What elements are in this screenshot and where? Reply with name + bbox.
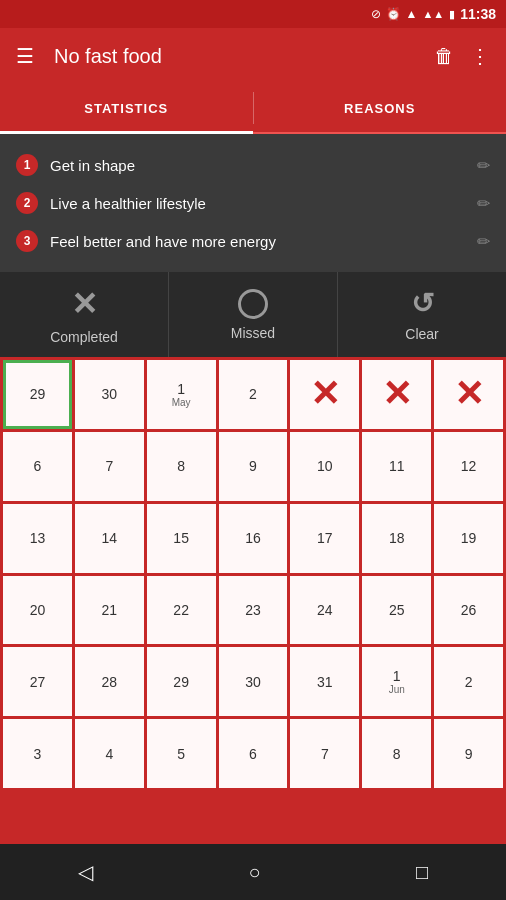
calendar-cell[interactable]: 19 bbox=[434, 504, 503, 573]
calendar-cell[interactable]: 18 bbox=[362, 504, 431, 573]
calendar-cell[interactable]: 7 bbox=[290, 719, 359, 788]
more-options-button[interactable]: ⋮ bbox=[470, 44, 490, 68]
date-number: 9 bbox=[249, 458, 257, 474]
calendar-cell[interactable]: 16 bbox=[219, 504, 288, 573]
date-number: 8 bbox=[393, 746, 401, 762]
calendar-cell[interactable]: 14 bbox=[75, 504, 144, 573]
date-number: 21 bbox=[101, 602, 117, 618]
date-number: 1 bbox=[177, 381, 185, 397]
calendar-cell[interactable]: 8 bbox=[147, 432, 216, 501]
reason-edit-2[interactable]: ✏ bbox=[477, 194, 490, 213]
alarm-icon: ⏰ bbox=[386, 7, 401, 21]
menu-button[interactable]: ☰ bbox=[16, 44, 34, 68]
calendar-cell[interactable]: 12 bbox=[434, 432, 503, 501]
date-number: 16 bbox=[245, 530, 261, 546]
recent-apps-button[interactable]: □ bbox=[416, 861, 428, 884]
date-number: 28 bbox=[101, 674, 117, 690]
tab-reasons[interactable]: REASONS bbox=[254, 84, 507, 132]
date-number: 18 bbox=[389, 530, 405, 546]
date-number: 25 bbox=[389, 602, 405, 618]
calendar-cell[interactable]: 27 bbox=[3, 647, 72, 716]
calendar-cell[interactable]: 3 bbox=[3, 719, 72, 788]
reason-item-3: 3 Feel better and have more energy ✏ bbox=[0, 222, 506, 260]
calendar-cell[interactable]: 17 bbox=[290, 504, 359, 573]
calendar-cell[interactable]: 11 bbox=[362, 432, 431, 501]
date-number: 3 bbox=[34, 746, 42, 762]
reason-edit-3[interactable]: ✏ bbox=[477, 232, 490, 251]
date-number: 4 bbox=[105, 746, 113, 762]
calendar-cell[interactable]: 22 bbox=[147, 576, 216, 645]
date-number: 6 bbox=[249, 746, 257, 762]
legend-missed[interactable]: Missed bbox=[169, 272, 338, 357]
calendar-cell[interactable]: 5 bbox=[147, 719, 216, 788]
x-mark-icon: ✕ bbox=[382, 376, 412, 412]
calendar-cell[interactable]: 8 bbox=[362, 719, 431, 788]
tabs: STATISTICS REASONS bbox=[0, 84, 506, 134]
date-number: 7 bbox=[105, 458, 113, 474]
calendar-cell[interactable]: 28 bbox=[75, 647, 144, 716]
missed-label: Missed bbox=[231, 325, 275, 341]
calendar-cell[interactable]: 21 bbox=[75, 576, 144, 645]
date-number: 14 bbox=[101, 530, 117, 546]
date-number: 17 bbox=[317, 530, 333, 546]
calendar-cell[interactable]: 1May bbox=[147, 360, 216, 429]
calendar-cell[interactable]: 7 bbox=[75, 432, 144, 501]
calendar-cell[interactable]: 15 bbox=[147, 504, 216, 573]
calendar-cell[interactable]: 2 bbox=[219, 360, 288, 429]
calendar-cell[interactable]: 4 bbox=[75, 719, 144, 788]
reason-text-2: Live a healthier lifestyle bbox=[50, 195, 465, 212]
date-number: 29 bbox=[30, 386, 46, 402]
date-number: 22 bbox=[173, 602, 189, 618]
calendar-cell[interactable]: 1Jun bbox=[362, 647, 431, 716]
date-number: 20 bbox=[30, 602, 46, 618]
calendar-cell[interactable]: 31 bbox=[290, 647, 359, 716]
calendar: 29301May2✕✕✕6789101112131415161718192021… bbox=[0, 357, 506, 791]
calendar-cell[interactable]: 26 bbox=[434, 576, 503, 645]
calendar-cell[interactable]: 23 bbox=[219, 576, 288, 645]
calendar-cell[interactable]: 20 bbox=[3, 576, 72, 645]
calendar-cell[interactable]: 29 bbox=[147, 647, 216, 716]
reason-number-3: 3 bbox=[16, 230, 38, 252]
calendar-cell[interactable]: 9 bbox=[434, 719, 503, 788]
calendar-cell[interactable]: 10 bbox=[290, 432, 359, 501]
date-number: 7 bbox=[321, 746, 329, 762]
date-number: 5 bbox=[177, 746, 185, 762]
date-number: 24 bbox=[317, 602, 333, 618]
delete-button[interactable]: 🗑 bbox=[434, 45, 454, 68]
calendar-cell[interactable]: 2 bbox=[434, 647, 503, 716]
calendar-cell[interactable]: ✕ bbox=[362, 360, 431, 429]
calendar-cell[interactable]: 13 bbox=[3, 504, 72, 573]
reasons-section: 1 Get in shape ✏ 2 Live a healthier life… bbox=[0, 134, 506, 272]
do-not-disturb-icon: ⊘ bbox=[371, 7, 381, 21]
tab-statistics[interactable]: STATISTICS bbox=[0, 84, 253, 132]
clear-icon: ↺ bbox=[411, 287, 434, 320]
legend-clear[interactable]: ↺ Clear bbox=[338, 272, 506, 357]
calendar-cell[interactable]: 6 bbox=[219, 719, 288, 788]
calendar-cell[interactable]: 30 bbox=[219, 647, 288, 716]
date-number: 11 bbox=[389, 458, 405, 474]
calendar-cell[interactable]: 30 bbox=[75, 360, 144, 429]
calendar-cell[interactable]: 29 bbox=[3, 360, 72, 429]
calendar-cell[interactable]: ✕ bbox=[290, 360, 359, 429]
date-number: 26 bbox=[461, 602, 477, 618]
legend-completed[interactable]: ✕ Completed bbox=[0, 272, 169, 357]
calendar-cell[interactable]: 6 bbox=[3, 432, 72, 501]
back-button[interactable]: ◁ bbox=[78, 860, 93, 884]
reason-item-1: 1 Get in shape ✏ bbox=[0, 146, 506, 184]
reason-item-2: 2 Live a healthier lifestyle ✏ bbox=[0, 184, 506, 222]
date-number: 6 bbox=[34, 458, 42, 474]
reason-text-3: Feel better and have more energy bbox=[50, 233, 465, 250]
calendar-cell[interactable]: 9 bbox=[219, 432, 288, 501]
date-number: 30 bbox=[101, 386, 117, 402]
signal-icon: ▲▲ bbox=[422, 8, 444, 20]
date-number: 31 bbox=[317, 674, 333, 690]
calendar-cell[interactable]: 25 bbox=[362, 576, 431, 645]
home-button[interactable]: ○ bbox=[248, 861, 260, 884]
calendar-cell[interactable]: 24 bbox=[290, 576, 359, 645]
date-number: 23 bbox=[245, 602, 261, 618]
reason-edit-1[interactable]: ✏ bbox=[477, 156, 490, 175]
calendar-cell[interactable]: ✕ bbox=[434, 360, 503, 429]
x-mark-icon: ✕ bbox=[454, 376, 484, 412]
reason-number-1: 1 bbox=[16, 154, 38, 176]
status-time: 11:38 bbox=[460, 6, 496, 22]
